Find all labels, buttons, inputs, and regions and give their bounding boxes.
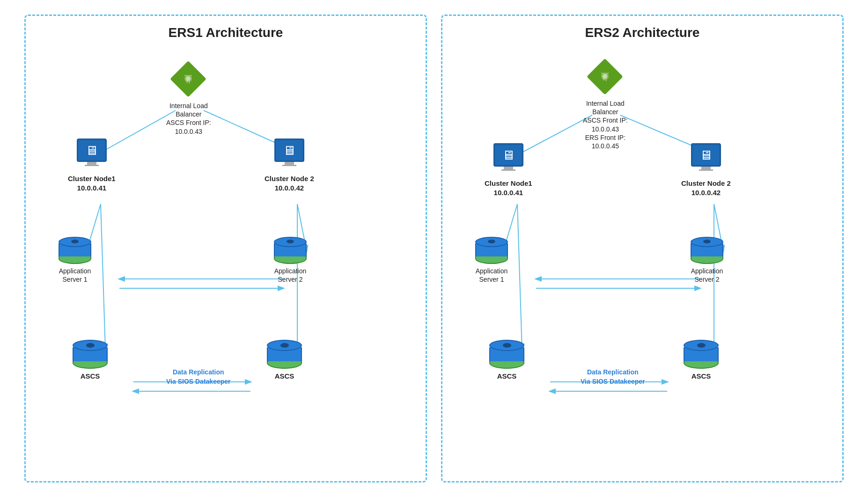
ers1-app2-icon (274, 237, 307, 264)
ers2-app1: Application Server 1 (475, 237, 508, 284)
ers2-node1-label: Cluster Node1 10.0.0.41 (485, 179, 532, 197)
ers1-repl-label: Data Replication Via SIOS Datakeeper (166, 368, 230, 386)
ers2-app1-label: Application Server 1 (476, 267, 508, 284)
ers1-app1: Application Server 1 (59, 237, 91, 284)
ers1-app2: Application Server 2 (274, 237, 307, 284)
ers2-repl-label: Data Replication Via SIOS Datakeeper (581, 368, 645, 386)
ers2-app2-label: Application Server 2 (691, 267, 723, 284)
main-container: ERS1 Architecture (0, 0, 868, 497)
svg-line-4 (101, 204, 105, 349)
ers2-node2: 🖥 Cluster Node 2 10.0.0.42 (681, 143, 731, 197)
ers1-app2-label: Application Server 2 (274, 267, 307, 284)
ers2-node2-label: Cluster Node 2 10.0.0.42 (681, 179, 731, 197)
ers1-diagram: ←→ ↑↓ Internal Load Balancer ASCS Front … (30, 50, 421, 480)
ers1-node2-label: Cluster Node 2 10.0.0.42 (265, 174, 314, 192)
ers2-ascs1: ASCS (489, 340, 524, 381)
ers2-node1: 🖥 Cluster Node1 10.0.0.41 (485, 143, 532, 197)
ers2-app2-icon (691, 237, 723, 264)
ers1-ascs1-label: ASCS (81, 372, 100, 381)
ers2-box: ERS2 Architecture (441, 15, 844, 482)
ers2-lb: ←→ ↑↓ Internal Load Balancer ASCS Front … (583, 57, 628, 150)
ers2-ascs1-label: ASCS (497, 372, 517, 381)
ers2-app2: Application Server 2 (691, 237, 723, 284)
ers2-repl-text: Data Replication Via SIOS Datakeeper (581, 368, 645, 386)
ers1-box: ERS1 Architecture (24, 15, 427, 482)
ers1-app1-label: Application Server 1 (59, 267, 91, 284)
ers1-lb: ←→ ↑↓ Internal Load Balancer ASCS Front … (166, 59, 211, 136)
ers2-ascs1-icon (489, 340, 524, 369)
ers1-node1-icon: 🖥 (73, 139, 110, 171)
ers2-app1-icon (475, 237, 508, 264)
ers2-node2-icon: 🖥 (687, 143, 725, 176)
ers1-ascs1-icon (73, 340, 108, 369)
ers1-lb-label: Internal Load Balancer ASCS Front IP: 10… (166, 102, 211, 136)
ers1-title: ERS1 Architecture (30, 25, 421, 40)
ers1-ascs2-label: ASCS (275, 372, 294, 381)
ers1-ascs1: ASCS (73, 340, 108, 381)
ers2-lb-label: Internal Load Balancer ASCS Front IP: 10… (583, 99, 628, 150)
ers2-diagram: ←→ ↑↓ Internal Load Balancer ASCS Front … (447, 50, 838, 480)
svg-point-29 (603, 74, 607, 79)
ers1-node2-icon: 🖥 (271, 139, 308, 171)
ers1-node1: 🖥 Cluster Node1 10.0.0.41 (68, 139, 116, 192)
svg-point-14 (186, 76, 191, 81)
ers2-node1-icon: 🖥 (490, 143, 527, 176)
ers2-ascs2: ASCS (684, 340, 719, 381)
ers1-node2: 🖥 Cluster Node 2 10.0.0.42 (265, 139, 314, 192)
svg-line-19 (517, 204, 522, 349)
ers1-ascs2: ASCS (267, 340, 302, 381)
ers2-lb-icon: ←→ ↑↓ (585, 57, 625, 96)
ers1-app1-icon (59, 237, 91, 264)
ers1-lb-icon: ←→ ↑↓ (169, 59, 208, 99)
ers2-title: ERS2 Architecture (447, 25, 838, 40)
ers1-ascs2-icon (267, 340, 302, 369)
ers2-ascs2-icon (684, 340, 719, 369)
ers1-node1-label: Cluster Node1 10.0.0.41 (68, 174, 116, 192)
ers1-repl-text: Data Replication Via SIOS Datakeeper (166, 368, 230, 386)
ers2-ascs2-label: ASCS (691, 372, 711, 381)
